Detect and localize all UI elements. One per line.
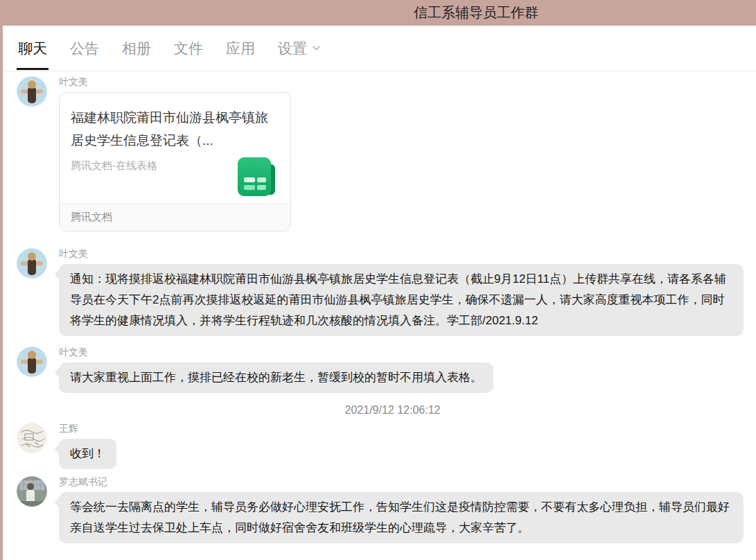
avatar[interactable] (17, 423, 47, 453)
chat-panel: 聊天 公告 相册 文件 应用 设置 (3, 26, 756, 560)
avatar[interactable] (17, 347, 47, 377)
message: 叶文美 请大家重视上面工作，摸排已经在校的新老生，暂缓到校的暂时不用填入表格。 (17, 347, 744, 393)
avatar[interactable] (17, 76, 47, 107)
tab-settings[interactable]: 设置 (278, 26, 321, 71)
message-bubble: 等会统一去隔离点的学生，辅导员务必做好心理安抚工作，告知学生们这是疫情防控需要，… (59, 492, 744, 543)
tab-chat[interactable]: 聊天 (18, 26, 47, 71)
message: 罗志斌书记 等会统一去隔离点的学生，辅导员务必做好心理安抚工作，告知学生们这是疫… (17, 476, 744, 543)
sender-name: 王辉 (59, 423, 116, 434)
doc-card[interactable]: 福建林职院莆田市仙游县枫亭镇旅居史学生信息登记表（... 腾讯文档-在线表格 (59, 92, 291, 231)
app-window: 信工系辅导员工作群 聊天 公告 相册 文件 应用 设置 (0, 0, 756, 560)
avatar[interactable] (17, 248, 47, 279)
spreadsheet-icon (236, 157, 276, 197)
message-bubble: 通知：现将摸排返校福建林职院莆田市仙游县枫亭镇旅居史学生信息登记表（截止9月12… (59, 264, 744, 336)
message: 叶文美 福建林职院莆田市仙游县枫亭镇旅居史学生信息登记表（... 腾讯文档-在线… (17, 76, 744, 231)
chat-messages: 叶文美 福建林职院莆田市仙游县枫亭镇旅居史学生信息登记表（... 腾讯文档-在线… (3, 71, 756, 543)
timestamp: 2021/9/12 12:06:12 (17, 404, 744, 417)
sender-name: 叶文美 (59, 76, 291, 87)
tab-settings-label: 设置 (278, 39, 307, 58)
tab-files[interactable]: 文件 (174, 26, 203, 71)
sender-name: 叶文美 (59, 248, 744, 259)
sender-name: 罗志斌书记 (59, 476, 744, 487)
doc-card-source: 腾讯文档 (60, 203, 290, 231)
tab-bar: 聊天 公告 相册 文件 应用 设置 (3, 26, 756, 71)
tab-announcements[interactable]: 公告 (70, 26, 99, 71)
message: 叶文美 通知：现将摸排返校福建林职院莆田市仙游县枫亭镇旅居史学生信息登记表（截止… (17, 248, 744, 336)
message: 王辉 收到！ (17, 423, 744, 469)
message-bubble: 请大家重视上面工作，摸排已经在校的新老生，暂缓到校的暂时不用填入表格。 (59, 362, 493, 393)
message-bubble: 收到！ (59, 439, 116, 469)
group-title: 信工系辅导员工作群 (414, 0, 538, 26)
window-titlebar: 信工系辅导员工作群 (0, 0, 756, 26)
doc-card-title: 福建林职院莆田市仙游县枫亭镇旅居史学生信息登记表（... (71, 106, 279, 152)
avatar[interactable] (17, 476, 47, 507)
chevron-down-icon (312, 45, 321, 51)
tab-apps[interactable]: 应用 (226, 26, 255, 71)
doc-card-subtitle: 腾讯文档-在线表格 (71, 157, 157, 173)
tab-album[interactable]: 相册 (122, 26, 151, 71)
sender-name: 叶文美 (59, 347, 493, 358)
